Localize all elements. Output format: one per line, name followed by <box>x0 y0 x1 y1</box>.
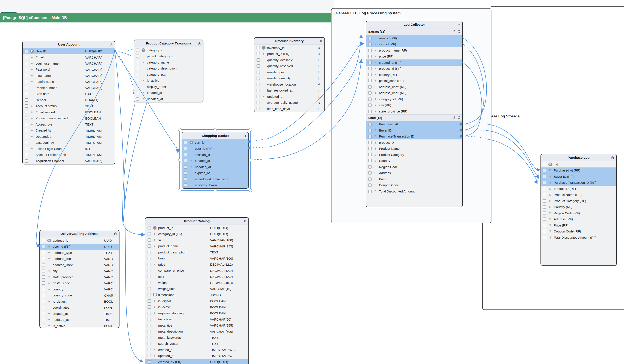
field-checkbox[interactable] <box>148 275 151 278</box>
field-row[interactable]: updated_at <box>182 164 248 170</box>
field-checkbox[interactable] <box>257 101 260 104</box>
table-header[interactable]: Product Category Taxonomy <box>134 40 203 47</box>
field-row[interactable]: Pinventory_idU <box>254 45 324 51</box>
selection-handle[interactable] <box>249 159 252 162</box>
field-checkbox[interactable] <box>25 68 28 71</box>
field-checkbox[interactable] <box>25 159 28 162</box>
field-checkbox[interactable] <box>42 300 45 303</box>
field-checkbox[interactable] <box>543 205 546 208</box>
selection-handle[interactable] <box>249 128 252 131</box>
field-checkbox[interactable] <box>42 245 45 248</box>
field-row[interactable]: last_restocked_atT <box>254 88 324 94</box>
field-row[interactable]: lead_time_daysI <box>254 106 324 112</box>
field-row[interactable]: state_provinceVARC <box>40 274 119 280</box>
field-checkbox[interactable] <box>543 175 546 178</box>
field-row[interactable]: address_line1 (RF) <box>366 90 462 96</box>
field-checkbox[interactable] <box>148 245 151 248</box>
field-checkbox[interactable] <box>184 183 187 187</box>
field-row[interactable]: SProduct Category (RF) <box>541 198 616 204</box>
field-row[interactable]: Updated AtTIMESTAM <box>23 134 115 140</box>
field-row[interactable]: quantity_reservedI <box>254 63 324 69</box>
swap-columns-icon[interactable] <box>452 30 455 33</box>
field-checkbox[interactable] <box>42 257 45 260</box>
field-checkbox[interactable] <box>368 171 371 175</box>
field-checkbox[interactable] <box>184 147 187 150</box>
field-row[interactable]: created_at <box>134 90 203 96</box>
field-row[interactable]: GenderCHAR(1) <box>23 97 115 103</box>
field-checkbox[interactable] <box>136 91 139 94</box>
table-header[interactable]: Shopping Basket <box>182 132 248 139</box>
field-checkbox[interactable] <box>368 159 371 162</box>
field-checkbox[interactable] <box>42 263 45 267</box>
field-checkbox[interactable] <box>148 330 151 333</box>
field-row[interactable]: priceDECIMAL(12,2) <box>145 261 248 268</box>
field-row[interactable]: session_id <box>182 152 248 158</box>
field-row[interactable]: cart_id (RF) <box>366 41 462 47</box>
field-row[interactable]: Account Locked UntilTIMESTAM <box>23 152 115 158</box>
field-row[interactable]: EmailVARCHAR( <box>23 54 115 61</box>
field-row[interactable]: PasswordVARCHAR( <box>23 67 115 73</box>
field-checkbox[interactable] <box>136 73 139 76</box>
collapse-double-chevron-icon[interactable] <box>243 134 246 137</box>
field-row[interactable]: Account statusTEXT <box>23 103 115 109</box>
field-row[interactable]: warehouse_locationV <box>254 81 324 88</box>
field-row[interactable]: Email verifiedBOOLEAN <box>23 109 115 115</box>
field-row[interactable]: brandVARCHAR(100) <box>145 255 248 262</box>
field-row[interactable]: −dimensionsJSONB <box>145 292 248 298</box>
field-row[interactable]: meta_titleVARCHAR(255) <box>145 322 248 328</box>
swap-columns-icon[interactable] <box>452 116 455 119</box>
field-checkbox[interactable] <box>148 354 151 357</box>
field-checkbox[interactable] <box>257 77 260 80</box>
field-checkbox[interactable] <box>25 80 28 83</box>
field-checkbox[interactable] <box>543 187 546 190</box>
field-row[interactable]: average_daily_usageD <box>254 100 324 106</box>
field-row[interactable]: Created AtTIMESTAM <box>23 127 115 134</box>
field-checkbox[interactable] <box>25 56 28 59</box>
field-checkbox[interactable] <box>136 48 139 52</box>
field-checkbox[interactable] <box>148 281 151 284</box>
collapse-chevron-icon[interactable] <box>457 23 460 26</box>
selection-handle[interactable] <box>178 128 181 131</box>
field-row[interactable]: SAddress (RF) <box>541 216 616 222</box>
field-checkbox[interactable] <box>543 230 546 233</box>
field-checkbox[interactable] <box>25 50 28 53</box>
field-checkbox[interactable] <box>543 193 546 196</box>
field-checkbox[interactable] <box>368 97 371 101</box>
field-row[interactable]: Family nameVARCHAR( <box>23 79 115 85</box>
field-checkbox[interactable] <box>148 348 151 351</box>
field-row[interactable]: Acquisition ChannelVARCHAR( <box>23 158 115 164</box>
field-row[interactable]: DPurchased At (RF) <box>541 167 616 174</box>
field-checkbox[interactable] <box>257 70 260 74</box>
field-row[interactable]: is_activeBOOL <box>40 323 119 328</box>
field-checkbox[interactable] <box>148 257 151 260</box>
field-row[interactable]: SPurchase Transaction ID (RF) <box>541 180 616 186</box>
field-checkbox[interactable] <box>543 181 546 184</box>
section-header-load[interactable]: Load (12) <box>366 114 462 121</box>
collapse-double-chevron-icon[interactable] <box>114 232 117 235</box>
field-checkbox[interactable] <box>42 281 45 285</box>
collapse-section-icon[interactable] <box>457 116 461 119</box>
field-checkbox[interactable] <box>368 43 371 46</box>
field-row[interactable]: SProduct Category <box>366 152 462 158</box>
field-row[interactable]: meta_descriptionVARCHAR(500) <box>145 328 248 335</box>
field-row[interactable]: product_descriptionTEXT <box>145 249 248 255</box>
field-row[interactable]: SCoupon Code (RF) <box>541 228 616 235</box>
field-checkbox[interactable] <box>368 61 371 64</box>
field-row[interactable]: is_active <box>134 78 203 84</box>
table-header[interactable]: Product Catalog <box>145 218 248 225</box>
field-checkbox[interactable] <box>368 129 371 132</box>
field-row[interactable]: SBuyer ID <box>366 127 462 134</box>
field-checkbox[interactable] <box>148 269 151 272</box>
field-checkbox[interactable] <box>368 49 371 52</box>
field-row[interactable]: weightDECIMAL(10,3) <box>145 280 248 286</box>
selection-handle[interactable] <box>249 189 252 192</box>
field-row[interactable]: P_id <box>541 161 616 167</box>
etl-node-log-collector[interactable]: Log CollectorExtract (13)Suser_id (RF)ca… <box>366 21 463 207</box>
field-checkbox[interactable] <box>148 251 151 254</box>
field-checkbox[interactable] <box>136 79 139 82</box>
field-row[interactable]: parent_category_id <box>134 53 203 59</box>
field-row[interactable]: Saddress_line2 (RF) <box>366 84 462 90</box>
collapse-double-chevron-icon[interactable] <box>110 43 113 46</box>
field-row[interactable]: updated_atTIME <box>40 317 119 323</box>
field-row[interactable]: display_order <box>134 84 203 90</box>
